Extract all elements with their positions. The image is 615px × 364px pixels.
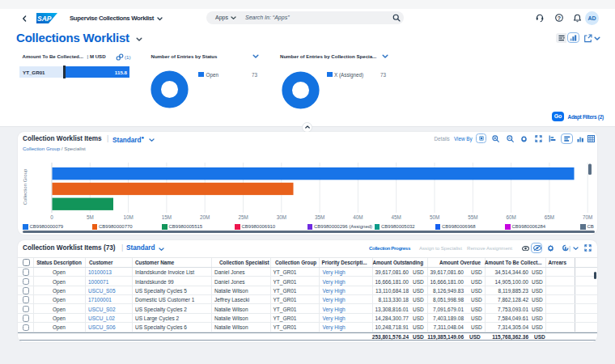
svg-text:5M: 5M (87, 214, 94, 220)
svg-text:0: 0 (50, 214, 53, 220)
svg-text:50M: 50M (430, 214, 439, 220)
svg-text:25M: 25M (238, 214, 248, 220)
svg-text:35M: 35M (315, 214, 324, 220)
svg-text:15M: 15M (162, 214, 172, 220)
svg-text:40M: 40M (353, 214, 363, 220)
svg-text:60M: 60M (506, 214, 515, 220)
svg-text:30M: 30M (277, 214, 286, 220)
svg-text:10M: 10M (123, 214, 133, 220)
svg-text:70M: 70M (583, 214, 592, 220)
svg-text:Collection Group: Collection Group (23, 168, 28, 205)
svg-text:55M: 55M (468, 214, 477, 220)
svg-text:?: ? (557, 15, 560, 21)
svg-text:65M: 65M (545, 214, 554, 220)
svg-text:45M: 45M (392, 214, 401, 220)
svg-text:20M: 20M (200, 214, 210, 220)
svg-text:SAP: SAP (37, 15, 52, 23)
